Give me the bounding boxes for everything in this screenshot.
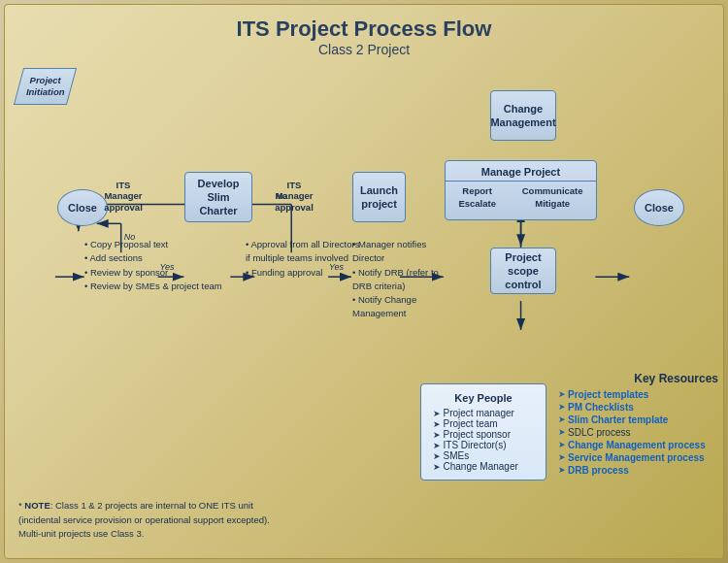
title-area: ITS Project Process Flow Class 2 Project (5, 5, 723, 61)
main-title: ITS Project Process Flow (5, 17, 723, 42)
note-2-item-1: Approval from all Directors if multiple … (246, 238, 362, 266)
note-2-list: Approval from all Directors if multiple … (246, 238, 362, 280)
sub-title: Class 2 Project (5, 42, 723, 57)
key-resource-7-text: DRB process (568, 465, 629, 476)
note-3-list: Manager notifies Director Notify DRB (re… (352, 238, 459, 321)
project-initiation-label: ProjectInitiation (26, 75, 65, 99)
its-manager-left-shape: ITSManagerapproval (84, 167, 162, 225)
project-scope-control-shape: Projectscopecontrol (490, 248, 556, 294)
key-resource-2-text: PM Checklists (568, 402, 634, 413)
its-manager-right-shape: ITSManagerapproval (255, 167, 333, 225)
key-resource-2: PM Checklists (558, 402, 718, 413)
key-people-item-2: Project team (433, 418, 534, 429)
communicate-mitigate-label: CommunicateMitigate (522, 185, 583, 210)
key-resource-3: Slim Charter template (558, 414, 718, 425)
bottom-note: * NOTE: Class 1 & 2 projects are interna… (18, 499, 397, 541)
note-1-item-3: Review by sponsor (84, 266, 230, 280)
note-2-item-2: Funding approval (246, 266, 362, 280)
key-resource-5: Change Management process (558, 440, 718, 450)
key-resource-6-text: Service Management process (568, 452, 705, 463)
change-management-shape: ChangeManagement (490, 90, 556, 141)
note-1-item-4: Review by SMEs & project team (84, 280, 230, 293)
develop-slim-charter-label: DevelopSlimCharter (198, 177, 240, 218)
project-initiation-shape: ProjectInitiation (14, 68, 77, 105)
develop-slim-charter-shape: DevelopSlimCharter (184, 172, 252, 222)
key-people-item-3: Project sponsor (433, 429, 534, 440)
main-container: ITS Project Process Flow Class 2 Project… (4, 4, 724, 559)
close-right-label: Close (645, 202, 674, 214)
report-escalate-label: ReportEscalate (458, 185, 496, 210)
key-people-item-1: Project manager (433, 408, 534, 418)
note-3-item-2: Notify DRB (refer to DRB criteria) (352, 266, 459, 294)
its-manager-left-label: ITSManagerapproval (104, 180, 143, 213)
note-section-1: Copy Proposal text Add sections Review b… (84, 238, 230, 293)
key-resource-4-text: SDLC process (568, 427, 630, 438)
note-1-item-1: Copy Proposal text (84, 238, 230, 251)
its-manager-right-label: ITSManagerapproval (275, 180, 314, 213)
key-people-title: Key People (433, 392, 534, 404)
change-management-label: ChangeManagement (490, 102, 555, 130)
launch-project-label: Launchproject (360, 183, 398, 212)
note-3-item-1: Manager notifies Director (352, 238, 459, 266)
key-people-item-6: Change Manager (433, 461, 534, 472)
key-people-item-4: ITS Director(s) (433, 440, 534, 450)
key-resource-7: DRB process (558, 465, 718, 476)
key-resource-4: SDLC process (558, 427, 718, 438)
key-resources-list: Project templates PM Checklists Slim Cha… (558, 389, 718, 476)
note-1-list: Copy Proposal text Add sections Review b… (84, 238, 230, 293)
note-section-2: Approval from all Directors if multiple … (246, 238, 362, 280)
key-resource-6: Service Management process (558, 452, 718, 463)
close-right-shape: Close (634, 189, 684, 226)
key-resource-1-text: Project templates (568, 389, 648, 400)
key-resources-title: Key Resources (558, 372, 718, 385)
key-people-list: Project manager Project team Project spo… (433, 408, 534, 472)
launch-project-shape: Launchproject (352, 172, 406, 222)
key-people-box: Key People Project manager Project team … (420, 383, 546, 480)
key-resource-1: Project templates (558, 389, 718, 400)
key-resources-box: Key Resources Project templates PM Check… (558, 372, 718, 478)
manage-project-shape: Manage Project ReportEscalate Communicat… (445, 160, 597, 220)
project-scope-control-label: Projectscopecontrol (505, 250, 541, 292)
key-resource-3-text: Slim Charter template (568, 414, 668, 425)
bottom-note-text: * NOTE: Class 1 & 2 projects are interna… (18, 500, 270, 539)
note-1-item-2: Add sections (84, 251, 230, 265)
note-3-item-3: Notify Change Management (352, 293, 459, 321)
note-section-3: Manager notifies Director Notify DRB (re… (352, 238, 459, 321)
key-people-item-5: SMEs (433, 450, 534, 461)
key-resource-5-text: Change Management process (568, 440, 706, 450)
manage-project-title: Manage Project (446, 165, 596, 182)
